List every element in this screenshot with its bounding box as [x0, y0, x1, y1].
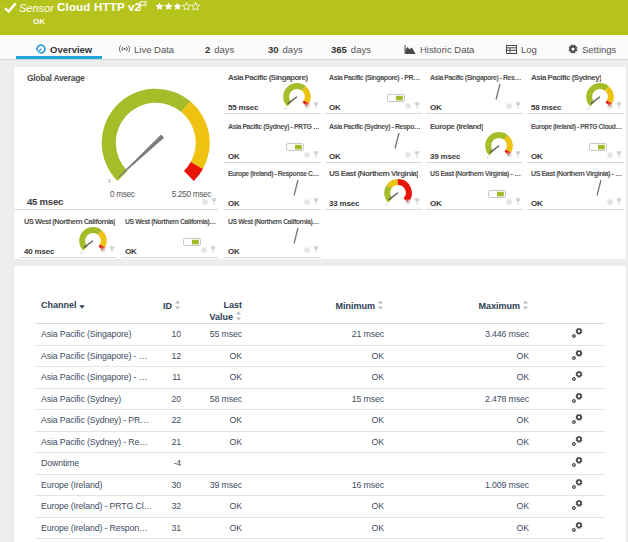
pin-icon[interactable]	[211, 191, 217, 209]
channel-panel[interactable]: Asia Pacific (Singapore) 55 msec	[224, 67, 321, 114]
tab-log[interactable]: Log	[506, 39, 537, 59]
star-icon[interactable]	[173, 2, 182, 11]
channel-gear-icon[interactable]	[304, 239, 310, 257]
channel-panel[interactable]: Europe (Ireland) - PRTG Cloud… OK	[527, 116, 624, 163]
channel-settings-icon[interactable]	[529, 410, 605, 432]
table-row[interactable]: Asia Pacific (Singapore) - … 12 OK OK OK	[35, 345, 605, 367]
channel-settings-icon[interactable]	[529, 431, 605, 453]
table-row[interactable]: Europe (Ireland) - PRTG Cl… 32 OK OK OK	[35, 496, 605, 518]
header-minimum[interactable]: Minimum	[242, 266, 384, 324]
table-row[interactable]: Asia Pacific (Sydney) 20 58 msec 15 msec…	[35, 388, 605, 410]
tab-historic-data[interactable]: Historic Data	[404, 39, 474, 59]
cell-channel[interactable]: Asia Pacific (Sydney) - PR…	[35, 410, 151, 432]
channel-settings-icon[interactable]	[529, 474, 605, 496]
channel-panel[interactable]: Europe (Ireland) 39 msec	[426, 116, 523, 163]
table-row[interactable]: Downtime -4	[35, 453, 605, 475]
pin-icon[interactable]	[515, 95, 521, 113]
channel-panel[interactable]: US East (Northern Virginia) - … OK	[527, 163, 624, 210]
channel-panel[interactable]: Asia Pacific (Sydney) - Respo… OK	[325, 116, 422, 163]
flag-icon[interactable]	[139, 1, 149, 10]
pin-icon[interactable]	[109, 239, 115, 257]
pin-icon[interactable]	[313, 95, 319, 113]
channel-gear-icon[interactable]	[607, 95, 613, 113]
channel-gear-icon[interactable]	[405, 191, 411, 209]
channel-panel[interactable]: Asia Pacific (Singapore) - PR… OK	[325, 67, 422, 114]
cell-channel[interactable]: Asia Pacific (Sydney) - Re…	[35, 431, 151, 453]
tab-settings[interactable]: Settings	[568, 39, 616, 59]
channel-panel[interactable]: US East (Northern Virginia) - … OK	[426, 163, 523, 210]
channel-gear-icon[interactable]	[607, 144, 613, 162]
cell-channel[interactable]: Asia Pacific (Singapore) - …	[35, 345, 151, 367]
pin-icon[interactable]	[616, 144, 622, 162]
cell-channel[interactable]: Europe (Ireland)	[35, 474, 151, 496]
channel-gear-icon[interactable]	[506, 144, 512, 162]
cell-channel[interactable]: Europe (Ireland) - Respon…	[35, 517, 151, 539]
header-maximum[interactable]: Maximum	[384, 266, 529, 324]
tab-overview[interactable]: Overview	[36, 39, 92, 59]
star-icon[interactable]	[164, 2, 173, 11]
channel-gear-icon[interactable]	[304, 144, 310, 162]
channel-gear-icon[interactable]	[607, 191, 613, 209]
table-row[interactable]: Europe (Ireland) 30 39 msec 16 msec 1.00…	[35, 474, 605, 496]
tab-2-days[interactable]: 2days	[205, 39, 234, 59]
header-id[interactable]: ID	[151, 266, 181, 324]
channel-settings-icon[interactable]	[529, 453, 605, 475]
pin-icon[interactable]	[414, 144, 420, 162]
pin-icon[interactable]	[313, 191, 319, 209]
star-icon[interactable]	[191, 2, 200, 11]
channel-panel[interactable]: Asia Pacific (Singapore) - Res… OK	[426, 67, 523, 114]
pin-icon[interactable]	[616, 191, 622, 209]
pin-icon[interactable]	[313, 144, 319, 162]
star-icon[interactable]	[182, 2, 191, 11]
header-channel[interactable]: Channel	[35, 266, 151, 324]
channel-gear-icon[interactable]	[405, 144, 411, 162]
channel-settings-icon[interactable]	[529, 367, 605, 389]
channel-settings-icon[interactable]	[529, 324, 605, 346]
channel-settings-icon[interactable]	[529, 517, 605, 539]
channel-settings-icon[interactable]	[529, 496, 605, 518]
channel-panel[interactable]: Europe (Ireland) - Response C… OK	[224, 163, 321, 210]
channel-gear-icon[interactable]	[304, 191, 310, 209]
pin-icon[interactable]	[210, 239, 216, 257]
channel-panel[interactable]: US West (Northern California) 40 msec	[20, 211, 117, 258]
channel-panel[interactable]: Asia Pacific (Sydney) - PRTG … OK	[224, 116, 321, 163]
pin-icon[interactable]	[414, 191, 420, 209]
channel-gear-icon[interactable]	[201, 239, 207, 257]
table-row[interactable]: Asia Pacific (Singapore) 10 55 msec 21 m…	[35, 324, 605, 346]
table-row[interactable]: Europe (Ireland) - Respon… 31 OK OK OK	[35, 517, 605, 539]
channel-panel[interactable]: US West (Northern California)… OK	[224, 211, 321, 258]
pin-icon[interactable]	[515, 144, 521, 162]
header-last-value[interactable]: LastValue	[181, 266, 242, 324]
channel-settings-icon[interactable]	[529, 345, 605, 367]
channel-gear-icon[interactable]	[506, 95, 512, 113]
pin-icon[interactable]	[313, 239, 319, 257]
channel-settings-icon[interactable]	[529, 388, 605, 410]
tab-365-days[interactable]: 365days	[331, 39, 371, 59]
global-average-panel[interactable]: Global Average x 0 msec 5.250 msec 45 ms…	[14, 67, 218, 210]
table-row[interactable]: Asia Pacific (Singapore) - … 11 OK OK OK	[35, 367, 605, 389]
cell-channel[interactable]: Asia Pacific (Sydney)	[35, 388, 151, 410]
cell-channel[interactable]: Downtime	[35, 453, 151, 475]
gears-icon	[571, 392, 584, 404]
channel-panel[interactable]: Asia Pacific (Sydney) 58 msec	[527, 67, 624, 114]
channel-panel[interactable]: US West (Northern California)… OK	[121, 211, 218, 258]
cell-channel[interactable]: Asia Pacific (Singapore)	[35, 324, 151, 346]
star-icon[interactable]	[155, 2, 164, 11]
cell-minimum: 16 msec	[242, 474, 384, 496]
tab-live-data[interactable]: Live Data	[119, 39, 174, 59]
pin-icon[interactable]	[515, 191, 521, 209]
channel-gear-icon[interactable]	[506, 191, 512, 209]
channel-gear-icon[interactable]	[100, 239, 106, 257]
priority-stars[interactable]	[155, 2, 200, 11]
channel-gear-icon[interactable]	[202, 191, 208, 209]
cell-channel[interactable]: Europe (Ireland) - PRTG Cl…	[35, 496, 151, 518]
pin-icon[interactable]	[414, 95, 420, 113]
channel-panel[interactable]: US East (Northern Virginia) 33 msec	[325, 163, 422, 210]
table-row[interactable]: Asia Pacific (Sydney) - Re… 21 OK OK OK	[35, 431, 605, 453]
channel-gear-icon[interactable]	[304, 95, 310, 113]
table-row[interactable]: Asia Pacific (Sydney) - PR… 22 OK OK OK	[35, 410, 605, 432]
channel-gear-icon[interactable]	[405, 95, 411, 113]
pin-icon[interactable]	[616, 95, 622, 113]
tab-30-days[interactable]: 30days	[268, 39, 303, 59]
cell-channel[interactable]: Asia Pacific (Singapore) - …	[35, 367, 151, 389]
